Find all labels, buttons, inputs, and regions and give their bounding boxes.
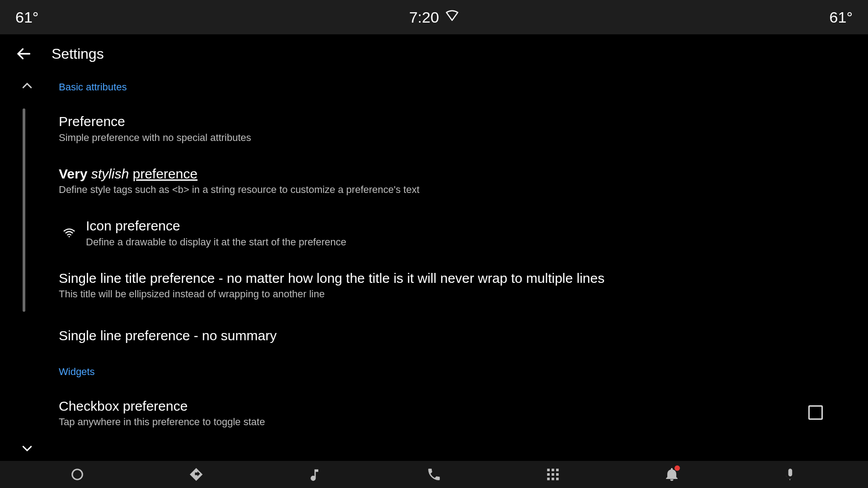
nav-apps-button[interactable]: [542, 464, 564, 485]
svg-rect-9: [547, 478, 550, 480]
nav-directions-button[interactable]: [185, 464, 207, 485]
pref-summary: Simple preference with no special attrib…: [59, 132, 841, 144]
svg-rect-3: [547, 469, 550, 471]
pref-checkbox[interactable]: Checkbox preference Tap anywhere in this…: [59, 388, 841, 440]
pref-summary: Define style tags such as <b> in a strin…: [59, 184, 841, 196]
music-note-icon: [307, 467, 323, 482]
scroll-down-button[interactable]: [18, 439, 36, 457]
svg-point-1: [69, 236, 70, 237]
pref-summary: Tap anywhere in this preference to toggl…: [59, 416, 808, 428]
arrow-left-icon: [15, 46, 32, 62]
svg-rect-11: [556, 478, 559, 480]
chevron-up-icon: [20, 79, 34, 93]
pref-title: Checkbox preference: [59, 398, 808, 415]
back-button[interactable]: [13, 43, 34, 65]
phone-icon: [426, 467, 442, 482]
svg-rect-10: [552, 478, 554, 480]
status-temp-left: 61°: [15, 9, 52, 26]
nav-home-button[interactable]: [66, 464, 88, 485]
pref-title: Single line title preference - no matter…: [59, 270, 818, 287]
svg-rect-6: [547, 473, 550, 476]
svg-rect-5: [556, 469, 559, 471]
category-widgets: Widgets: [59, 353, 841, 388]
page-title: Settings: [52, 46, 104, 62]
svg-rect-7: [552, 473, 554, 476]
svg-point-2: [72, 469, 83, 480]
notification-dot: [675, 465, 680, 471]
directions-icon: [189, 467, 204, 482]
pref-title: Single line preference - no summary: [59, 327, 818, 344]
microphone-icon: [783, 467, 798, 482]
wifi-icon: [59, 226, 80, 239]
nav-music-button[interactable]: [304, 464, 326, 485]
pref-summary: This title will be ellipsized instead of…: [59, 288, 841, 300]
pref-title: Icon preference: [86, 217, 841, 235]
pref-title-part-bold: Very: [59, 166, 87, 181]
pref-icon[interactable]: Icon preference Define a drawable to dis…: [59, 207, 841, 260]
apps-grid-icon: [545, 467, 561, 482]
pref-summary: Define a drawable to display it at the s…: [86, 236, 841, 248]
pref-single-line-title[interactable]: Single line title preference - no matter…: [59, 260, 841, 312]
status-temp-right: 61°: [816, 9, 853, 26]
pref-simple[interactable]: Preference Simple preference with no spe…: [59, 103, 841, 155]
pref-title-part-underline: preference: [132, 166, 197, 181]
wifi-icon: [445, 9, 459, 26]
chevron-down-icon: [20, 441, 34, 455]
pref-title: Very stylish preference: [59, 165, 841, 183]
status-time: 7:20: [409, 9, 439, 26]
category-basic-attributes: Basic attributes: [59, 73, 841, 103]
nav-voice-button[interactable]: [779, 464, 801, 485]
pref-title: Preference: [59, 113, 841, 130]
svg-rect-4: [552, 469, 554, 471]
pref-stylish[interactable]: Very stylish preference Define style tag…: [59, 155, 841, 208]
nav-phone-button[interactable]: [423, 464, 445, 485]
settings-list: Basic attributes Preference Simple prefe…: [0, 73, 868, 461]
nav-notifications-button[interactable]: [661, 464, 683, 485]
status-bar: 61° 7:20 61°: [0, 0, 868, 34]
checkbox[interactable]: [808, 405, 823, 420]
app-bar: Settings: [0, 34, 868, 73]
pref-no-summary[interactable]: Single line preference - no summary: [59, 312, 841, 353]
circle-icon: [71, 468, 84, 481]
svg-rect-8: [556, 473, 559, 476]
pref-title-part-italic: stylish: [91, 166, 129, 181]
scrollbar[interactable]: [23, 108, 25, 312]
bottom-nav: [0, 461, 868, 488]
scroll-up-button[interactable]: [18, 77, 36, 95]
